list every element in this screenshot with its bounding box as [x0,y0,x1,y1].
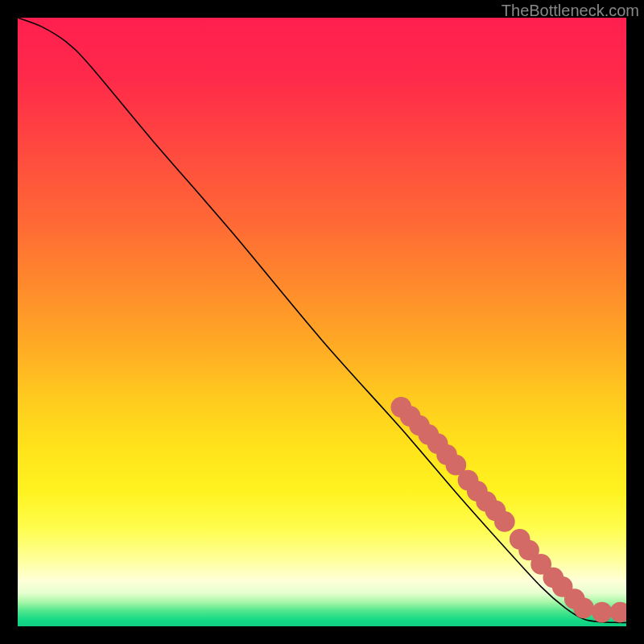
marker-group [394,400,626,620]
data-marker [576,601,591,615]
bottleneck-curve [18,18,626,622]
data-marker [522,543,536,557]
chart-plot-area [18,18,626,626]
chart-overlay-svg [18,18,626,626]
watermark-text: TheBottleneck.com [502,2,639,20]
data-marker [534,557,548,572]
data-marker [497,514,512,529]
data-marker [448,458,463,473]
data-marker [613,605,626,620]
data-marker [595,605,609,620]
